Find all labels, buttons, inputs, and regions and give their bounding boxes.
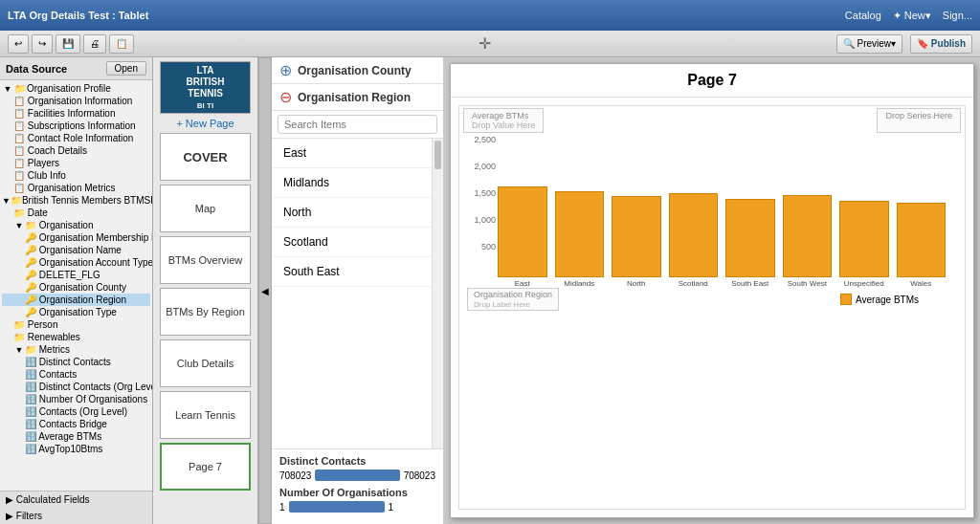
filter-item-midlands[interactable]: Midlands [272,168,432,198]
print-button[interactable]: 🖨 [83,34,106,54]
tree-item[interactable]: 📁 Person [2,318,150,331]
filter-list: East Midlands North Scotland South East [272,139,432,448]
bar-south-east[interactable] [725,199,775,277]
filters-item[interactable]: ▶ Filters [0,508,152,524]
drop-label-zone: Drop Label Here [474,300,530,309]
tree-item[interactable]: 🔢 Number Of Organisations [2,393,150,405]
catalog-button[interactable]: Catalog [845,10,881,21]
tree-item[interactable]: ▼ 📁 Metrics [2,343,150,356]
expand-icon: ⊕ [279,61,292,79]
tree-item[interactable]: 📋 Organisation Metrics [2,182,150,194]
tree-item[interactable]: ▼ 📁 Organisation Profile [2,82,150,95]
bar-south-west[interactable] [783,195,833,277]
tree-item[interactable]: 🔢 Average BTMs [2,430,150,443]
new-page-link[interactable]: + New Page [176,118,234,129]
tree-item[interactable]: 🔢 Contacts (Org Level) [2,405,150,418]
chart-footer: Organisation Region Drop Label Here Aver… [459,288,965,311]
filter-item-north[interactable]: North [272,198,432,228]
filter-item-east[interactable]: East [272,139,432,168]
legend-text: Average BTMs [856,295,919,305]
filter-scrollbar[interactable] [432,139,443,448]
learn-tennis-thumb[interactable]: Learn Tennis [160,391,251,439]
calculated-fields-item[interactable]: ▶ Calculated Fields [0,491,152,508]
distinct-contacts-bar-row: 708023 708023 [279,469,435,481]
bar-north[interactable] [612,196,661,277]
tree-item[interactable]: 🔢 Contacts [2,368,150,381]
window-title: LTA Org Details Test : Tablet [8,10,148,21]
tree-item[interactable]: 🔢 AvgTop10Btms [2,443,150,455]
tree-item[interactable]: 📋 Club Info [2,169,150,182]
filter-search-box[interactable] [272,111,443,139]
tree-item[interactable]: 📁 Renewables [2,331,150,343]
tree-item[interactable]: ▼ 📁 British Tennis Members BTMSH [2,194,150,207]
tree-item[interactable]: 🔢 Distinct Contacts (Org Level [2,381,150,393]
bar-scotland[interactable] [669,193,719,277]
bar-label: South West [788,279,827,288]
county-filter-section[interactable]: ⊕ Organisation County [272,57,443,84]
publish-button[interactable]: 🔖 Publish [910,34,972,54]
legend-color [840,294,852,305]
tree-item[interactable]: ▼ 📁 Organisation [2,219,150,231]
btms-overview-thumb[interactable]: BTMs Overview [160,236,251,284]
drop-series-zone[interactable]: Drop Series Here [877,108,961,133]
toggle-icon: ▼ [2,84,13,94]
toolbar-right: 🔍 Preview▾ 🔖 Publish [836,34,972,54]
tree-item[interactable]: 🔑 Organisation Membership Nu [2,231,150,244]
tree-item[interactable]: 🔑 DELETE_FLG [2,269,150,281]
tree-container[interactable]: ▼ 📁 Organisation Profile 📋 Organisation … [0,80,152,491]
bar-midlands[interactable] [555,191,605,277]
tree-item-org-county[interactable]: 🔑 Organisation County [2,281,150,294]
tree-item[interactable]: 🔢 Distinct Contacts [2,356,150,368]
distinct-contacts-value1: 708023 [279,470,311,481]
top-bar-right: Catalog ✦ New▾ Sign... [845,10,972,22]
tree-item-org-region[interactable]: 🔑 Organisation Region [2,294,150,306]
avg-btms-label-zone[interactable]: Average BTMs Drop Value Here [463,108,544,133]
tree-item[interactable]: 📋 Organisation Information [2,95,150,107]
tree-item[interactable]: 📋 Players [2,157,150,169]
bar-group: Wales [897,203,947,288]
filter-item-scotland[interactable]: Scotland [272,228,432,257]
filter-item-southeast[interactable]: South East [272,257,432,287]
page-title: Page 7 [451,64,973,98]
sign-button[interactable]: Sign... [943,10,972,21]
region-filter-section[interactable]: ⊖ Organisation Region [272,84,443,111]
tree-item[interactable]: 🔑 Organisation Account Type [2,256,150,269]
new-button[interactable]: ✦ New▾ [893,10,931,22]
tree-item[interactable]: 🔢 Contacts Bridge [2,418,150,430]
preview-button[interactable]: 🔍 Preview▾ [836,34,902,54]
club-details-thumb[interactable]: Club Details [160,339,251,387]
bottom-panel: ▶ Calculated Fields ▶ Filters [0,491,152,524]
cover-page-thumb[interactable]: COVER [160,133,251,181]
bar-unspecified[interactable] [839,201,889,277]
btms-region-thumb[interactable]: BTMs By Region [160,288,251,336]
collapse-arrow[interactable]: ◀ [258,57,272,524]
page7-thumb[interactable]: Page 7 [160,443,251,491]
open-button[interactable]: Open [106,61,146,76]
tree-item[interactable]: 🔑 Organisation Type [2,306,150,318]
filter-bottom: Distinct Contacts 708023 708023 Number O… [272,448,443,524]
save-button[interactable]: 💾 [56,34,80,54]
bar-wales[interactable] [897,203,947,277]
tree-item[interactable]: 📁 Date [2,207,150,219]
bar-east[interactable] [498,186,547,277]
distinct-contacts-value2: 708023 [404,470,435,481]
tree-item[interactable]: 🔑 Organisation Name [2,244,150,256]
bar-label: South East [731,279,768,288]
logo-box: LTABRITISHTENNISBI TI [160,61,251,114]
main-layout: Data Source Open ▼ 📁 Organisation Profil… [0,57,980,524]
copy-button[interactable]: 📋 [109,34,134,54]
map-page-thumb[interactable]: Map [160,185,251,232]
num-orgs-label: Number Of Organisations [279,487,435,498]
chart-top-row: Average BTMs Drop Value Here Drop Series… [459,106,965,135]
num-orgs-metric: Number Of Organisations 1 1 [279,487,435,513]
page-container: Page 7 Average BTMs Drop Value Here Drop… [450,63,974,518]
x-axis-label-zone[interactable]: Organisation Region Drop Label Here [467,288,559,311]
tree-item[interactable]: 📋 Subscriptions Information [2,120,150,132]
tree-item[interactable]: 📋 Contact Role Information [2,132,150,144]
redo-button[interactable]: ↪ [32,34,53,54]
data-source-label: Data Source [6,63,67,75]
tree-item[interactable]: 📋 Coach Details [2,144,150,157]
tree-item[interactable]: 📋 Facilities Information [2,107,150,120]
undo-button[interactable]: ↩ [8,34,29,54]
search-input[interactable] [278,115,437,134]
